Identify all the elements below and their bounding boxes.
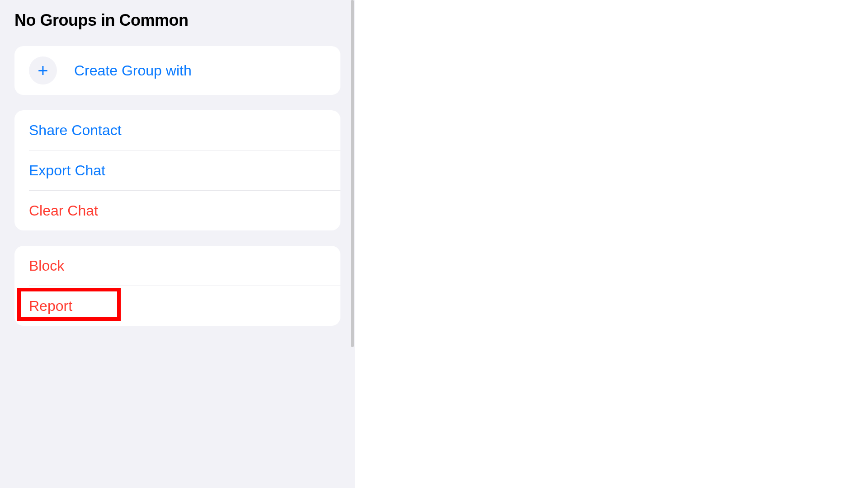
plus-icon-circle: +	[29, 56, 57, 84]
export-chat-label: Export Chat	[29, 162, 105, 179]
plus-icon: +	[38, 61, 48, 80]
right-empty-area	[355, 0, 868, 488]
contact-actions-card: Share Contact Export Chat Clear Chat	[14, 110, 340, 230]
report-item[interactable]: Report	[14, 286, 340, 326]
clear-chat-label: Clear Chat	[29, 202, 98, 219]
clear-chat-item[interactable]: Clear Chat	[14, 191, 340, 230]
scrollbar[interactable]	[351, 0, 354, 347]
groups-in-common-header: No Groups in Common	[14, 11, 340, 30]
block-label: Block	[29, 258, 64, 274]
report-label: Report	[29, 298, 72, 314]
share-contact-label: Share Contact	[29, 122, 122, 139]
create-group-item[interactable]: + Create Group with	[14, 46, 340, 95]
block-item[interactable]: Block	[14, 246, 340, 286]
info-panel: No Groups in Common + Create Group with …	[0, 0, 355, 488]
create-group-label: Create Group with	[74, 62, 192, 79]
export-chat-item[interactable]: Export Chat	[14, 150, 340, 190]
create-group-card: + Create Group with	[14, 46, 340, 95]
block-report-card: Block Report	[14, 246, 340, 326]
share-contact-item[interactable]: Share Contact	[14, 110, 340, 150]
